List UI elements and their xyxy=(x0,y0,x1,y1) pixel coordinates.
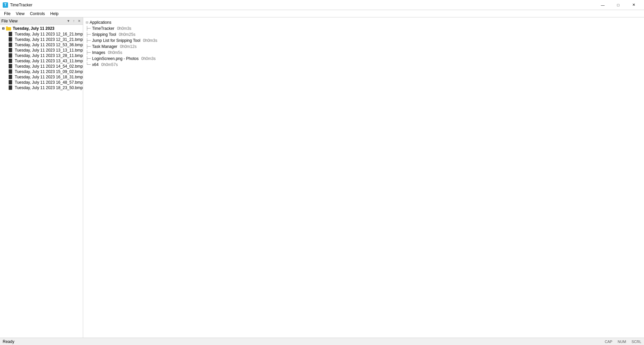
left-panel: File View ▼ ↑ ✕ ⊟ Tuesday, July 11 2023 xyxy=(0,17,83,338)
tree-group-header[interactable]: ⊟ Tuesday, July 11 2023 xyxy=(0,25,83,31)
app-list-item[interactable]: ├─ Snipping Tool 0h0m25s xyxy=(83,31,644,38)
tree-file-item[interactable]: Tuesday, July 11 2023 12_16_21.bmp xyxy=(0,31,83,37)
file-name: Tuesday, July 11 2023 12_16_21.bmp xyxy=(15,32,83,37)
app-tree-header-row: ⊟ Applications xyxy=(83,19,644,25)
file-name: Tuesday, July 11 2023 15_09_02.bmp xyxy=(15,69,83,74)
svg-rect-10 xyxy=(9,48,12,52)
menu-bar: FileViewControlsHelp xyxy=(0,10,644,17)
applications-label: Applications xyxy=(90,20,111,25)
file-name: Tuesday, July 11 2023 13_28_11.bmp xyxy=(15,53,83,58)
svg-rect-14 xyxy=(9,59,12,63)
panel-dropdown-button[interactable]: ▼ xyxy=(66,19,71,23)
app-time: 0h0m3s xyxy=(143,38,157,43)
status-indicators: CAPNUMSCRL xyxy=(605,340,641,344)
file-icon xyxy=(8,37,13,42)
file-icon xyxy=(8,53,13,58)
app-time: 0h0m5s xyxy=(108,50,122,55)
window-controls: — □ ✕ xyxy=(595,0,641,10)
tree-file-item[interactable]: Tuesday, July 11 2023 16_48_57.bmp xyxy=(0,80,83,85)
file-name: Tuesday, July 11 2023 16_48_57.bmp xyxy=(15,80,83,85)
maximize-button[interactable]: □ xyxy=(610,0,626,10)
app-name: Jump List for Snipping Tool xyxy=(92,38,140,43)
menu-item-file[interactable]: File xyxy=(1,11,13,17)
tree-root-icon: ⊟ xyxy=(86,20,88,25)
right-panel: ⊟ Applications ├─ TimeTracker 0h0m3s ├─ … xyxy=(83,17,644,338)
panel-controls: ▼ ↑ ✕ xyxy=(66,19,82,23)
collapse-icon: ⊟ xyxy=(1,26,5,30)
app-list-item[interactable]: └─ x64 0h0m57s xyxy=(83,62,644,68)
app-list-item[interactable]: ├─ Task Manager 0h0m12s xyxy=(83,44,644,50)
tree-prefix: ├─ xyxy=(86,50,91,55)
app-name: TimeTracker xyxy=(92,26,114,31)
tree-prefix: ├─ xyxy=(86,38,91,43)
app-list: ├─ TimeTracker 0h0m3s ├─ Snipping Tool 0… xyxy=(83,25,644,68)
file-icon xyxy=(8,80,13,85)
file-icon xyxy=(8,75,13,79)
tree-prefix: ├─ xyxy=(86,56,91,61)
svg-rect-24 xyxy=(9,85,12,90)
svg-rect-16 xyxy=(9,64,12,68)
tree-file-item[interactable]: Tuesday, July 11 2023 16_18_31.bmp xyxy=(0,74,83,80)
close-button[interactable]: ✕ xyxy=(626,0,641,10)
svg-rect-2 xyxy=(6,26,8,27)
group-label: Tuesday, July 11 2023 xyxy=(13,26,54,31)
tree-prefix: ├─ xyxy=(86,44,91,49)
tree-file-item[interactable]: Tuesday, July 11 2023 13_43_11.bmp xyxy=(0,58,83,64)
app-time: 0h0m57s xyxy=(101,62,118,67)
file-tree: ⊟ Tuesday, July 11 2023 Tuesday, July 11… xyxy=(0,25,83,338)
file-list: Tuesday, July 11 2023 12_16_21.bmp Tuesd… xyxy=(0,31,83,90)
file-name: Tuesday, July 11 2023 13_13_11.bmp xyxy=(15,48,83,53)
svg-rect-6 xyxy=(9,37,12,42)
app-tree: ⊟ Applications ├─ TimeTracker 0h0m3s ├─ … xyxy=(83,18,644,69)
svg-rect-18 xyxy=(9,69,12,74)
panel-title: File View xyxy=(1,19,17,23)
app-name: x64 xyxy=(92,62,98,67)
app-name: LoginScreen.png - Photos xyxy=(92,56,139,61)
tree-prefix: ├─ xyxy=(86,32,91,37)
app-list-item[interactable]: ├─ TimeTracker 0h0m3s xyxy=(83,25,644,31)
app-name: Images xyxy=(92,50,105,55)
app-time: 0h0m12s xyxy=(120,44,137,49)
folder-icon xyxy=(6,26,11,31)
app-icon: T xyxy=(3,2,8,8)
tree-file-item[interactable]: Tuesday, July 11 2023 12_31_21.bmp xyxy=(0,37,83,42)
app-list-item[interactable]: ├─ Images 0h0m5s xyxy=(83,50,644,56)
app-list-item[interactable]: ├─ Jump List for Snipping Tool 0h0m3s xyxy=(83,38,644,44)
minimize-button[interactable]: — xyxy=(595,0,610,10)
menu-item-controls[interactable]: Controls xyxy=(27,11,48,17)
main-container: File View ▼ ↑ ✕ ⊟ Tuesday, July 11 2023 xyxy=(0,17,644,338)
svg-rect-4 xyxy=(9,32,12,36)
tree-prefix: ├─ xyxy=(86,26,91,31)
app-name: Task Manager xyxy=(92,44,117,49)
file-icon xyxy=(8,43,13,47)
menu-item-help[interactable]: Help xyxy=(48,11,61,17)
app-time: 0h0m3s xyxy=(117,26,131,31)
file-name: Tuesday, July 11 2023 12_31_21.bmp xyxy=(15,37,83,42)
svg-rect-8 xyxy=(9,43,12,47)
file-name: Tuesday, July 11 2023 13_43_11.bmp xyxy=(15,59,83,63)
tree-file-item[interactable]: Tuesday, July 11 2023 15_09_02.bmp xyxy=(0,69,83,74)
status-indicator-cap: CAP xyxy=(605,340,612,344)
app-name: Snipping Tool xyxy=(92,32,116,37)
status-text: Ready xyxy=(3,339,14,344)
tree-file-item[interactable]: Tuesday, July 11 2023 13_13_11.bmp xyxy=(0,48,83,53)
tree-prefix: └─ xyxy=(86,62,91,67)
file-icon xyxy=(8,48,13,53)
app-title: TimeTracker xyxy=(10,3,595,7)
app-time: 0h0m3s xyxy=(141,56,156,61)
app-time: 0h0m25s xyxy=(119,32,135,37)
file-icon xyxy=(8,59,13,63)
title-bar: T TimeTracker — □ ✕ xyxy=(0,0,644,10)
file-name: Tuesday, July 11 2023 16_18_31.bmp xyxy=(15,75,83,79)
panel-pin-button[interactable]: ↑ xyxy=(71,19,76,23)
tree-file-item[interactable]: Tuesday, July 11 2023 18_23_50.bmp xyxy=(0,85,83,90)
svg-rect-12 xyxy=(9,53,12,58)
panel-close-button[interactable]: ✕ xyxy=(77,19,82,23)
status-bar: Ready CAPNUMSCRL xyxy=(0,338,644,345)
tree-file-item[interactable]: Tuesday, July 11 2023 12_53_36.bmp xyxy=(0,42,83,48)
menu-item-view[interactable]: View xyxy=(13,11,27,17)
app-list-item[interactable]: ├─ LoginScreen.png - Photos 0h0m3s xyxy=(83,56,644,62)
tree-file-item[interactable]: Tuesday, July 11 2023 13_28_11.bmp xyxy=(0,53,83,58)
file-name: Tuesday, July 11 2023 14_54_02.bmp xyxy=(15,64,83,69)
tree-file-item[interactable]: Tuesday, July 11 2023 14_54_02.bmp xyxy=(0,64,83,69)
